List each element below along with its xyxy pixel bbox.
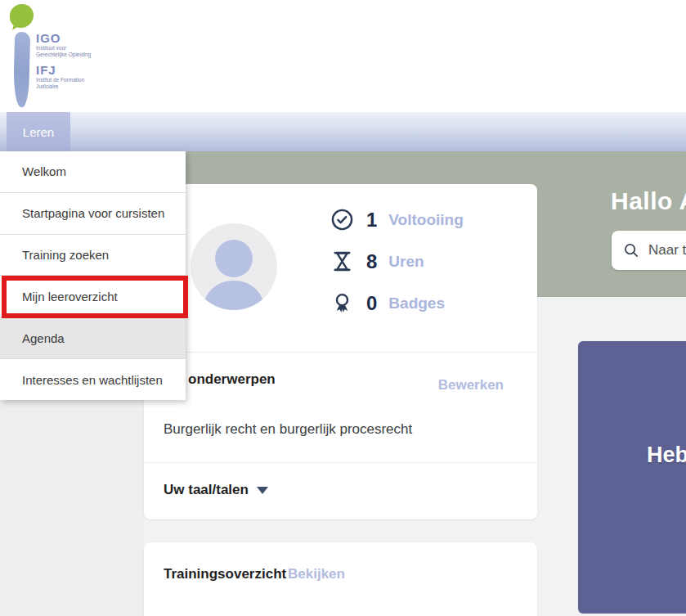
learner-home-page: IGO Instituut voor Gerechtelijke Opleidi… [0, 0, 686, 616]
logo-ifj-line2: Judiciaire [36, 83, 91, 90]
top-header: IGO Instituut voor Gerechtelijke Opleidi… [0, 0, 686, 112]
avatar[interactable] [191, 223, 277, 310]
chevron-down-icon [257, 487, 268, 494]
menu-item-label: Welkom [22, 164, 66, 178]
avatar-head-shape [215, 240, 253, 277]
stat-completions-label: Voltooiing [388, 211, 463, 229]
promo-banner-text: Heb [647, 443, 686, 468]
logo-ifj-acronym: IFJ [36, 63, 91, 77]
card-divider [144, 352, 537, 353]
leren-dropdown-menu: Welkom Startpagina voor cursisten Traini… [0, 151, 186, 400]
menu-item-label: Startpagina voor cursisten [22, 206, 164, 220]
logo-igo-acronym: IGO [36, 31, 91, 45]
topics-heading: onderwerpen [188, 371, 276, 388]
logo-igo-line1: Instituut voor [36, 45, 91, 52]
logo-brushstroke-icon [13, 32, 30, 107]
topic-item: Burgerlijk recht en burgerlijk procesrec… [164, 421, 412, 438]
stat-badges[interactable]: 0 Badges [330, 291, 464, 315]
hero-search-box[interactable] [612, 231, 686, 270]
card-divider [144, 462, 537, 463]
menu-item-label: Training zoeken [22, 248, 109, 262]
training-search-input[interactable] [648, 242, 686, 259]
stats-list: 1 Voltooiing 8 Uren 0 [330, 208, 464, 333]
promo-banner-card[interactable]: Heb [578, 341, 686, 614]
menu-item-startpagina[interactable]: Startpagina voor cursisten [0, 193, 186, 235]
menu-item-interesses[interactable]: Interesses en wachtlijsten [0, 359, 186, 400]
language-dropdown-toggle[interactable]: Uw taal/talen [164, 482, 268, 498]
stat-hours[interactable]: 8 Uren [330, 250, 464, 273]
training-overview-card: Trainingsoverzicht Bekijken [144, 542, 537, 616]
medal-icon [330, 291, 354, 315]
training-overview-view-link[interactable]: Bekijken [288, 566, 345, 582]
training-overview-heading: Trainingsoverzicht [164, 566, 286, 582]
check-circle-icon [330, 208, 354, 232]
stat-hours-value: 8 [366, 250, 377, 273]
menu-item-agenda[interactable]: Agenda [0, 317, 186, 359]
hourglass-icon [330, 250, 354, 273]
avatar-body-shape [203, 281, 265, 310]
menu-item-label: Mijn leeroverzicht [22, 290, 118, 304]
profile-summary-card: 1 Voltooiing 8 Uren 0 [144, 184, 537, 519]
logo-igo-line2: Gerechtelijke Opleiding [36, 52, 91, 58]
menu-item-label: Agenda [22, 331, 65, 345]
logo-speech-bubble-tail [12, 24, 20, 32]
menu-item-mijn-leeroverzicht[interactable]: Mijn leeroverzicht [0, 276, 186, 317]
nav-tab-leren[interactable]: Leren [7, 112, 70, 151]
stat-badges-value: 0 [366, 292, 377, 315]
hero-greeting: Hallo A [611, 187, 686, 215]
igo-ifj-logo: IGO Instituut voor Gerechtelijke Opleidi… [0, 0, 164, 112]
stat-completions[interactable]: 1 Voltooiing [330, 208, 464, 232]
stat-completions-value: 1 [366, 209, 377, 232]
topics-edit-link[interactable]: Bewerken [438, 377, 504, 393]
menu-item-training-zoeken[interactable]: Training zoeken [0, 235, 186, 277]
menu-item-welkom[interactable]: Welkom [0, 151, 186, 193]
nav-tab-leren-label: Leren [23, 125, 54, 139]
main-navbar: Leren [0, 112, 686, 151]
search-icon [622, 241, 640, 259]
language-heading-label: Uw taal/talen [164, 482, 249, 497]
logo-text: IGO Instituut voor Gerechtelijke Opleidi… [36, 31, 91, 89]
menu-item-label: Interesses en wachtlijsten [22, 373, 163, 387]
stat-badges-label: Badges [388, 295, 445, 312]
logo-ifj-line1: Institut de Formation [36, 77, 91, 83]
stat-hours-label: Uren [388, 253, 424, 271]
